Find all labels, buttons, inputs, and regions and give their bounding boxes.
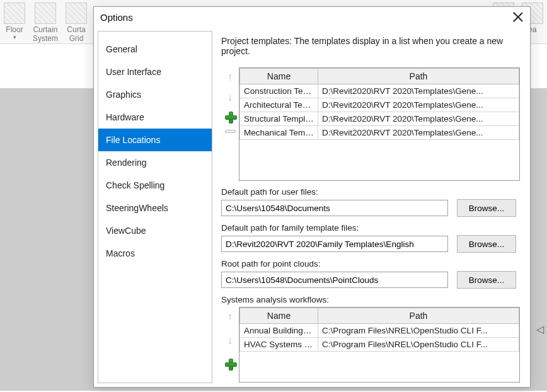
nav-item-general[interactable]: General	[98, 38, 212, 61]
options-content: Project templates: The templates display…	[212, 27, 530, 387]
path-input[interactable]	[221, 272, 448, 288]
add-icon[interactable]	[225, 359, 236, 369]
browse-button[interactable]: Browse...	[457, 235, 516, 253]
path-field-label: Root path for point clouds:	[221, 259, 520, 268]
close-icon[interactable]	[512, 11, 524, 23]
table-row[interactable]: Architectural Tem…D:\Revit2020\RVT 2020\…	[240, 98, 519, 112]
nav-item-rendering[interactable]: Rendering	[98, 151, 212, 174]
templates-header-name[interactable]: Name	[240, 69, 318, 84]
dialog-title: Options	[100, 12, 133, 23]
templates-header-path[interactable]: Path	[318, 69, 519, 84]
move-down-icon[interactable]: ↓	[227, 91, 233, 104]
dialog-titlebar: Options	[94, 7, 530, 27]
table-row[interactable]: HVAC Systems Lo…C:\Program Files\NREL\Op…	[240, 338, 519, 352]
workflows-header-name[interactable]: Name	[240, 308, 318, 324]
options-nav: GeneralUser InterfaceGraphicsHardwareFil…	[98, 31, 212, 383]
workflows-label: Systems analysis workflows:	[221, 295, 520, 304]
curtain-grid-icon	[66, 3, 87, 24]
curtain-system-icon	[35, 3, 56, 24]
move-up-icon[interactable]: ↑	[227, 71, 233, 84]
table-row[interactable]: Mechanical Templ...D:\Revit2020\RVT 2020…	[240, 126, 519, 140]
templates-section: ↑ ↓ Name Path Construction Tem…D:\Revit2…	[221, 67, 520, 181]
table-row[interactable]: Annual Building E…C:\Program Files\NREL\…	[240, 324, 519, 338]
path-field-label: Default path for family template files:	[221, 223, 520, 233]
floor-icon	[4, 3, 25, 24]
move-up-icon[interactable]: ↑	[227, 311, 233, 323]
table-row[interactable]: Structural TemplateD:\Revit2020\RVT 2020…	[240, 112, 519, 126]
workflows-table[interactable]: Name Path Annual Building E…C:\Program F…	[239, 307, 520, 383]
nav-item-hardware[interactable]: Hardware	[98, 106, 212, 129]
path-field-label: Default path for user files:	[221, 187, 520, 197]
path-input[interactable]	[221, 236, 448, 252]
nav-item-viewcube[interactable]: ViewCube	[98, 219, 212, 242]
workflows-reorder-buttons: ↑ ↓	[221, 307, 239, 383]
nav-item-user-interface[interactable]: User Interface	[98, 61, 212, 83]
nav-item-steeringwheels[interactable]: SteeringWheels	[98, 197, 212, 219]
browse-button[interactable]: Browse...	[457, 271, 516, 289]
scroll-right-icon[interactable]: ◁	[533, 323, 547, 335]
nav-item-check-spelling[interactable]: Check Spelling	[98, 174, 212, 197]
move-down-icon[interactable]: ↓	[227, 335, 233, 347]
add-icon[interactable]	[225, 112, 236, 122]
browse-button[interactable]: Browse...	[457, 199, 516, 217]
table-row[interactable]: Construction Tem…D:\Revit2020\RVT 2020\T…	[240, 84, 519, 98]
nav-item-graphics[interactable]: Graphics	[98, 83, 212, 106]
workflows-section: ↑ ↓ Name Path Annual Building E…C:\Progr…	[221, 307, 520, 383]
remove-icon[interactable]	[225, 130, 236, 133]
nav-item-macros[interactable]: Macros	[98, 242, 212, 265]
ribbon-tool-floor[interactable]: Floor▾	[4, 3, 25, 40]
path-input[interactable]	[221, 200, 448, 216]
ribbon-tool-curtain-system[interactable]: Curtain System	[33, 3, 58, 43]
templates-reorder-buttons: ↑ ↓	[221, 67, 239, 181]
nav-item-file-locations[interactable]: File Locations	[98, 129, 212, 151]
project-templates-intro: Project templates: The templates display…	[221, 36, 520, 56]
workflows-header-path[interactable]: Path	[318, 308, 519, 324]
templates-table[interactable]: Name Path Construction Tem…D:\Revit2020\…	[239, 67, 520, 181]
ribbon-tool-curtain-grid[interactable]: Curta Grid	[66, 3, 87, 43]
options-dialog: Options GeneralUser InterfaceGraphicsHar…	[93, 6, 531, 388]
